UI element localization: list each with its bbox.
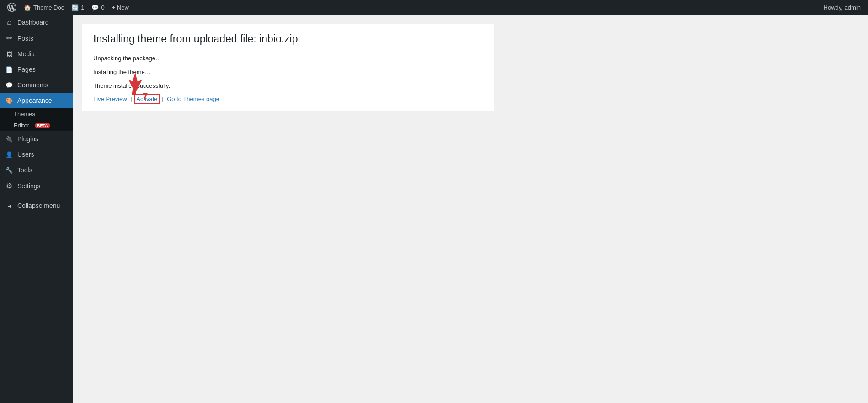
sidebar-label-users: Users bbox=[17, 151, 34, 158]
comments-link[interactable]: 💬 0 bbox=[88, 0, 108, 15]
tools-icon bbox=[5, 166, 14, 174]
home-icon: 🏠 bbox=[24, 4, 31, 11]
sidebar-item-tools[interactable]: Tools bbox=[0, 162, 73, 178]
sidebar-label-pages: Pages bbox=[17, 66, 36, 73]
sidebar-label-collapse: Collapse menu bbox=[17, 202, 60, 209]
go-to-themes-link[interactable]: Go to Themes page bbox=[167, 95, 219, 102]
log-line-1: Unpacking the package… bbox=[93, 53, 483, 64]
users-icon bbox=[5, 150, 14, 159]
appearance-submenu: Themes Editor beta bbox=[0, 108, 73, 131]
sidebar-item-plugins[interactable]: Plugins bbox=[0, 131, 73, 147]
sidebar-item-editor[interactable]: Editor beta bbox=[0, 120, 73, 131]
admin-sidebar: Dashboard Posts Media Pages Comments App… bbox=[0, 15, 73, 403]
content-wrap: Installing theme from uploaded file: inb… bbox=[82, 24, 494, 111]
new-content-link[interactable]: + New bbox=[108, 0, 133, 15]
pages-icon bbox=[5, 65, 14, 74]
install-content-area: Installing theme from uploaded file: inb… bbox=[93, 33, 483, 102]
sidebar-item-appearance[interactable]: Appearance bbox=[0, 93, 73, 108]
page-title: Installing theme from uploaded file: inb… bbox=[93, 33, 483, 45]
howdy-text: Howdy, admin bbox=[824, 4, 861, 11]
sidebar-item-comments[interactable]: Comments bbox=[0, 77, 73, 93]
sidebar-item-themes[interactable]: Themes bbox=[0, 108, 73, 120]
comments-menu-icon bbox=[5, 81, 14, 89]
sidebar-label-dashboard: Dashboard bbox=[17, 19, 49, 26]
sidebar-item-settings[interactable]: Settings bbox=[0, 178, 73, 194]
sidebar-item-media[interactable]: Media bbox=[0, 46, 73, 62]
sidebar-label-comments: Comments bbox=[17, 81, 48, 89]
updates-count: 1 bbox=[81, 4, 84, 11]
sidebar-label-media: Media bbox=[17, 50, 35, 58]
editor-beta-badge: beta bbox=[35, 123, 50, 128]
howdy-link[interactable]: Howdy, admin bbox=[820, 0, 864, 15]
sidebar-item-collapse[interactable]: Collapse menu bbox=[0, 198, 73, 213]
sidebar-label-tools: Tools bbox=[17, 166, 32, 174]
new-label: + New bbox=[112, 4, 129, 11]
install-log: Unpacking the package… Installing the th… bbox=[93, 53, 483, 92]
sep-1: | bbox=[130, 95, 132, 102]
settings-icon bbox=[5, 181, 14, 190]
action-links: Live Preview | Activate | Go to Themes p… bbox=[93, 95, 483, 102]
live-preview-link[interactable]: Live Preview bbox=[93, 95, 127, 102]
updates-link[interactable]: 🔄 1 bbox=[68, 0, 88, 15]
media-icon bbox=[5, 50, 14, 58]
posts-icon bbox=[5, 34, 14, 42]
wp-logo-link[interactable] bbox=[4, 0, 20, 15]
sidebar-label-appearance: Appearance bbox=[17, 97, 52, 104]
log-line-3: Theme installed successfully. bbox=[93, 80, 483, 92]
sep-2: | bbox=[162, 95, 163, 102]
sidebar-label-plugins: Plugins bbox=[17, 135, 38, 143]
collapse-icon bbox=[5, 202, 14, 210]
updates-icon: 🔄 bbox=[71, 4, 79, 11]
admin-bar: 🏠 Theme Doc 🔄 1 💬 0 + New Howdy, admin bbox=[0, 0, 868, 15]
sidebar-label-settings: Settings bbox=[17, 182, 41, 190]
sidebar-label-editor: Editor bbox=[14, 122, 29, 129]
sidebar-item-dashboard[interactable]: Dashboard bbox=[0, 15, 73, 30]
main-content: Installing theme from uploaded file: inb… bbox=[73, 15, 868, 403]
site-name-link[interactable]: 🏠 Theme Doc bbox=[20, 0, 68, 15]
comments-icon: 💬 bbox=[91, 4, 99, 11]
comments-count: 0 bbox=[101, 4, 104, 11]
site-name: Theme Doc bbox=[33, 4, 64, 11]
log-line-2: Installing the theme… bbox=[93, 66, 483, 78]
appearance-icon bbox=[5, 96, 14, 105]
sidebar-item-users[interactable]: Users bbox=[0, 147, 73, 162]
sidebar-label-themes: Themes bbox=[14, 111, 35, 117]
sidebar-item-pages[interactable]: Pages bbox=[0, 62, 73, 77]
sidebar-item-posts[interactable]: Posts bbox=[0, 30, 73, 46]
menu-divider bbox=[0, 196, 73, 196]
wp-logo-icon bbox=[7, 3, 16, 12]
dashboard-icon bbox=[5, 18, 14, 27]
plugins-icon bbox=[5, 135, 14, 143]
sidebar-label-posts: Posts bbox=[17, 35, 33, 42]
activate-link[interactable]: Activate bbox=[135, 95, 158, 102]
